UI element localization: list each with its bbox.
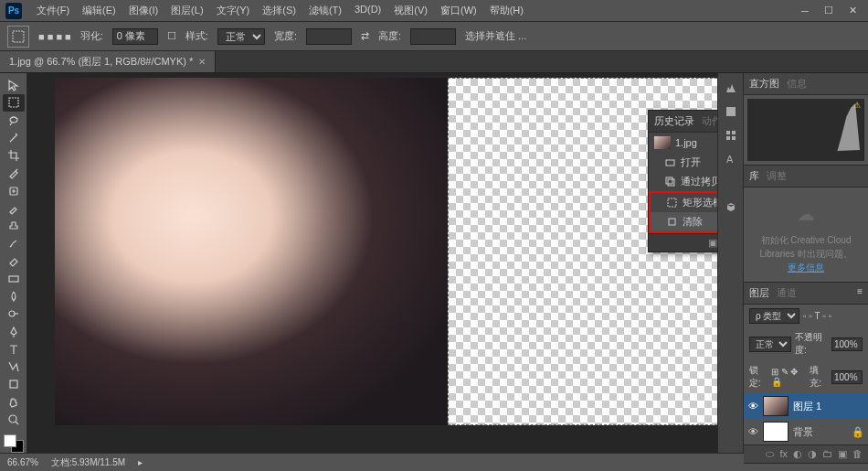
menu-filter[interactable]: 滤镜(T) [303,1,347,20]
blend-select[interactable]: 正常 [749,337,791,352]
svg-rect-16 [732,131,736,134]
history-item-clear[interactable]: 清除 [651,212,717,231]
layer-row[interactable]: 👁 图层 1 [744,393,868,419]
toolbox [0,73,27,453]
link-icon[interactable]: ⬭ [766,448,774,460]
library-more-link[interactable]: 更多信息 [788,262,824,273]
width-input[interactable] [306,28,352,45]
heal-tool[interactable] [3,183,25,199]
fill-input[interactable] [831,370,863,384]
warning-icon[interactable]: ⚠ [853,101,861,110]
history-item-open[interactable]: 打开 [649,153,717,172]
tab-close-icon[interactable]: ✕ [198,57,206,67]
tab-channels[interactable]: 通道 [777,286,797,300]
tab-library[interactable]: 库 [749,169,759,183]
fx-icon[interactable]: fx [779,448,788,460]
menu-file[interactable]: 文件(F) [31,1,75,20]
close-button[interactable]: ✕ [842,5,863,17]
tab-layers[interactable]: 图层 [749,286,769,300]
trash-icon[interactable]: 🗑 [852,448,863,460]
opacity-input[interactable] [831,337,863,351]
eraser-tool[interactable] [3,253,25,270]
menu-layer[interactable]: 图层(L) [165,1,208,20]
shape-tool[interactable] [3,376,25,392]
tab-info[interactable]: 信息 [787,77,807,91]
menu-image[interactable]: 图像(I) [123,1,164,20]
maximize-button[interactable]: ☐ [819,5,839,17]
tool-preset-icon[interactable] [7,26,29,48]
folder-icon[interactable]: 🗀 [822,448,832,460]
mask-icon[interactable]: ◐ [793,448,802,460]
para-icon[interactable] [724,176,738,190]
hand-tool[interactable] [3,394,25,411]
minimize-button[interactable]: ─ [795,5,815,17]
layer-row[interactable]: 👁 背景 🔒 [744,419,868,444]
marquee-tool[interactable] [3,94,25,111]
pen-tool[interactable] [3,324,25,340]
visibility-icon[interactable]: 👁 [747,401,758,412]
zoom-level[interactable]: 66.67% [7,457,38,467]
color-swatches[interactable] [4,434,24,453]
doc-size[interactable]: 文档:5.93M/11.5M [51,456,125,469]
histogram-icon[interactable] [724,80,738,95]
cloud-icon: ☁ [751,200,861,228]
layer-name[interactable]: 图层 1 [793,400,821,413]
path-tool[interactable] [3,359,25,375]
wand-tool[interactable] [3,130,25,146]
menu-help[interactable]: 帮助(H) [484,1,529,20]
status-chevron-icon[interactable]: ▸ [138,457,143,467]
visibility-icon[interactable]: 👁 [747,426,758,437]
document-canvas[interactable] [55,78,717,425]
feather-label: 羽化: [80,29,103,43]
menu-3d[interactable]: 3D(D) [349,1,386,20]
char-icon[interactable]: A [724,152,738,166]
menu-edit[interactable]: 编辑(E) [77,1,122,20]
menu-window[interactable]: 窗口(W) [435,1,482,20]
menu-select[interactable]: 选择(S) [257,1,302,20]
color-icon[interactable] [724,104,738,119]
zoom-tool[interactable] [3,412,25,428]
history-brush-tool[interactable] [3,235,25,252]
document-tabs: 1.jpg @ 66.7% (图层 1, RGB/8#/CMYK) * ✕ [0,51,868,73]
blur-tool[interactable] [3,288,25,305]
titlebar: Ps 文件(F) 编辑(E) 图像(I) 图层(L) 文字(Y) 选择(S) 滤… [0,0,868,22]
history-document[interactable]: 1.jpg [649,133,717,153]
refine-edge-button[interactable]: 选择并遮住 ... [465,29,526,43]
crop-tool[interactable] [3,147,25,164]
tab-adjustments[interactable]: 调整 [767,169,787,183]
layer-name[interactable]: 背景 [793,425,813,439]
cube-icon[interactable] [724,199,738,214]
canvas-area[interactable]: 历史记录 动作 » ≡ 1.jpg 打开 通过拷贝的图层 矩形选框 [27,73,717,453]
history-item-marquee[interactable]: 矩形选框 [651,193,717,212]
image-content [55,78,448,425]
history-item-copy-layer[interactable]: 通过拷贝的图层 [649,172,717,191]
tab-histogram[interactable]: 直方图 [749,77,779,91]
status-bar: 66.67% 文档:5.93M/11.5M ▸ [0,453,868,471]
lock-icons[interactable]: ⊞ ✎ ✥ 🔒 [771,367,806,387]
document-tab[interactable]: 1.jpg @ 66.7% (图层 1, RGB/8#/CMYK) * ✕ [0,51,216,72]
dodge-tool[interactable] [3,305,25,322]
feather-input[interactable] [112,28,158,45]
new-layer-icon[interactable]: ▣ [838,448,847,460]
adjust-icon[interactable]: ◑ [808,448,817,460]
layer-kind-select[interactable]: ρ 类型 [749,308,799,324]
gradient-tool[interactable] [3,271,25,287]
height-input[interactable] [410,28,456,45]
lasso-tool[interactable] [3,112,25,129]
menu-type[interactable]: 文字(Y) [211,1,256,20]
width-label: 宽度: [274,29,297,43]
swatches-icon[interactable] [724,128,738,143]
type-tool[interactable] [3,341,25,358]
tab-actions[interactable]: 动作 [702,114,717,128]
panel-menu-icon[interactable]: ≡ [857,286,863,300]
menu-view[interactable]: 视图(V) [388,1,433,20]
eyedropper-tool[interactable] [3,165,25,181]
style-select[interactable]: 正常 [217,28,265,45]
move-tool[interactable] [3,77,25,93]
tab-history[interactable]: 历史记录 [654,114,694,128]
svg-rect-3 [9,276,18,282]
history-panel[interactable]: 历史记录 动作 » ≡ 1.jpg 打开 通过拷贝的图层 矩形选框 [648,110,717,252]
history-snapshot-icon[interactable]: ▣ [708,237,717,249]
brush-tool[interactable] [3,200,25,217]
stamp-tool[interactable] [3,218,25,234]
